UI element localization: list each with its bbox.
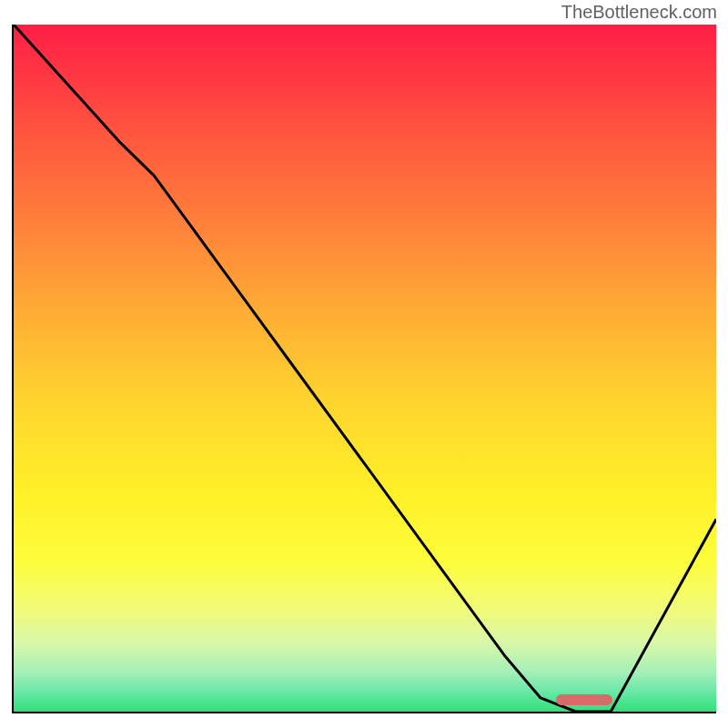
curve-svg	[14, 25, 716, 712]
chart-plot-area	[12, 25, 716, 713]
bottleneck-curve	[14, 25, 716, 712]
attribution-text: TheBottleneck.com	[561, 2, 717, 23]
optimal-range-marker	[556, 694, 612, 705]
